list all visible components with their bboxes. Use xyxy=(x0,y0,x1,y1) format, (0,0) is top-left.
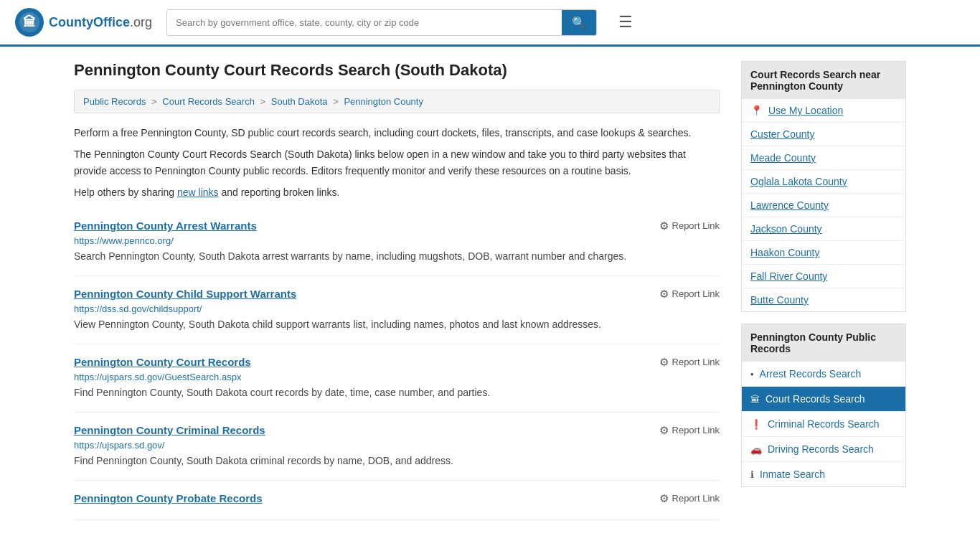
sidebar-nav-driving-records[interactable]: 🚗 Driving Records Search xyxy=(742,437,905,462)
menu-button[interactable]: ☰ xyxy=(618,13,633,32)
sidebar-nearby-list: 📍 Use My Location Custer County Meade Co… xyxy=(741,99,906,312)
breadcrumb-pennington-county[interactable]: Pennington County xyxy=(344,96,423,107)
record-title[interactable]: Pennington County Child Support Warrants xyxy=(74,288,296,300)
description-p3: Help others by sharing new links and rep… xyxy=(74,184,720,200)
sidebar-nav-inmate-search[interactable]: ℹ Inmate Search xyxy=(742,462,905,486)
use-my-location-link[interactable]: Use My Location xyxy=(768,105,843,116)
record-header: Pennington County Court Records ⚙ Report… xyxy=(74,356,720,369)
sidebar-nav-court-records[interactable]: 🏛 Court Records Search xyxy=(742,387,905,412)
county-link[interactable]: Jackson County xyxy=(750,223,822,235)
breadcrumb-public-records[interactable]: Public Records xyxy=(83,96,146,107)
sidebar-county-item[interactable]: Fall River County xyxy=(742,265,905,288)
county-link[interactable]: Fall River County xyxy=(750,270,827,282)
report-icon: ⚙ xyxy=(659,288,669,301)
report-icon: ⚙ xyxy=(659,220,669,232)
record-header: Pennington County Child Support Warrants… xyxy=(74,288,720,301)
sidebar-county-item[interactable]: Jackson County xyxy=(742,217,905,241)
page-title: Pennington County Court Records Search (… xyxy=(74,61,720,80)
sidebar-nearby-title: Court Records Search near Pennington Cou… xyxy=(741,61,906,99)
record-desc: Find Pennington County, South Dakota cou… xyxy=(74,385,720,400)
sidebar-use-location[interactable]: 📍 Use My Location xyxy=(742,99,905,123)
header: 🏛 CountyOffice.org 🔍 ☰ xyxy=(0,0,980,47)
inmate-search-icon: ℹ xyxy=(750,469,754,480)
breadcrumb-court-records-search[interactable]: Court Records Search xyxy=(162,96,255,107)
report-link[interactable]: ⚙ Report Link xyxy=(659,492,720,505)
county-link[interactable]: Custer County xyxy=(750,128,814,140)
record-item: Pennington County Child Support Warrants… xyxy=(74,276,720,344)
report-link[interactable]: ⚙ Report Link xyxy=(659,288,720,301)
sidebar-county-item[interactable]: Haakon County xyxy=(742,241,905,265)
record-item: Pennington County Probate Records ⚙ Repo… xyxy=(74,481,720,520)
description-p1: Perform a free Pennington County, SD pub… xyxy=(74,125,720,141)
location-icon: 📍 xyxy=(750,105,763,116)
records-list: Pennington County Arrest Warrants ⚙ Repo… xyxy=(74,208,720,520)
new-links-link[interactable]: new links xyxy=(177,187,219,198)
county-link[interactable]: Oglala Lakota County xyxy=(750,176,847,187)
record-header: Pennington County Probate Records ⚙ Repo… xyxy=(74,492,720,505)
record-url[interactable]: https://ujspars.sd.gov/ xyxy=(74,440,720,451)
record-item: Pennington County Criminal Records ⚙ Rep… xyxy=(74,413,720,481)
sidebar-county-item[interactable]: Lawrence County xyxy=(742,194,905,217)
record-url[interactable]: https://ujspars.sd.gov/GuestSearch.aspx xyxy=(74,372,720,382)
record-item: Pennington County Arrest Warrants ⚙ Repo… xyxy=(74,208,720,276)
criminal-records-icon: ❗ xyxy=(750,419,762,430)
record-item: Pennington County Court Records ⚙ Report… xyxy=(74,344,720,413)
county-link[interactable]: Meade County xyxy=(750,152,816,164)
record-desc: Search Pennington County, South Dakota a… xyxy=(74,249,720,264)
sidebar-county-item[interactable]: Oglala Lakota County xyxy=(742,170,905,194)
sidebar-county-item[interactable]: Butte County xyxy=(742,288,905,311)
sidebar-county-item[interactable]: Custer County xyxy=(742,123,905,146)
logo-icon: 🏛 xyxy=(14,7,44,37)
report-link[interactable]: ⚙ Report Link xyxy=(659,220,720,232)
record-title[interactable]: Pennington County Criminal Records xyxy=(74,424,265,436)
sidebar-public-records-title: Pennington County Public Records xyxy=(741,324,906,362)
record-desc: Find Pennington County, South Dakota cri… xyxy=(74,453,720,468)
arrest-records-icon: ▪ xyxy=(750,369,754,380)
search-button[interactable]: 🔍 xyxy=(562,10,596,35)
sidebar-nav-list: ▪ Arrest Records Search 🏛 Court Records … xyxy=(741,362,906,487)
record-title[interactable]: Pennington County Probate Records xyxy=(74,492,263,504)
svg-text:🏛: 🏛 xyxy=(23,14,36,29)
inmate-search-link[interactable]: Inmate Search xyxy=(760,468,825,480)
court-records-icon: 🏛 xyxy=(750,394,760,405)
description: Perform a free Pennington County, SD pub… xyxy=(74,125,720,201)
record-desc: View Pennington County, South Dakota chi… xyxy=(74,317,720,332)
sidebar-nav-arrest-records[interactable]: ▪ Arrest Records Search xyxy=(742,362,905,387)
content-area: Pennington County Court Records Search (… xyxy=(74,61,720,520)
record-url[interactable]: https://dss.sd.gov/childsupport/ xyxy=(74,303,720,314)
logo-area: 🏛 CountyOffice.org xyxy=(14,7,152,37)
record-title[interactable]: Pennington County Arrest Warrants xyxy=(74,220,257,232)
breadcrumb-south-dakota[interactable]: South Dakota xyxy=(271,96,328,107)
logo-text: CountyOffice.org xyxy=(49,15,152,30)
report-link[interactable]: ⚙ Report Link xyxy=(659,424,720,437)
report-icon: ⚙ xyxy=(659,356,669,369)
main-container: Pennington County Court Records Search (… xyxy=(60,47,920,534)
sidebar-county-item[interactable]: Meade County xyxy=(742,146,905,170)
report-icon: ⚙ xyxy=(659,424,669,437)
county-link[interactable]: Butte County xyxy=(750,294,809,306)
search-bar: 🔍 xyxy=(166,9,597,36)
court-records-link[interactable]: Court Records Search xyxy=(765,393,865,405)
county-link[interactable]: Lawrence County xyxy=(750,199,829,211)
search-input[interactable] xyxy=(167,11,562,34)
county-link[interactable]: Haakon County xyxy=(750,247,820,258)
report-icon: ⚙ xyxy=(659,492,669,505)
record-header: Pennington County Arrest Warrants ⚙ Repo… xyxy=(74,220,720,232)
description-p2: The Pennington County Court Records Sear… xyxy=(74,146,720,179)
sidebar-nav-criminal-records[interactable]: ❗ Criminal Records Search xyxy=(742,412,905,437)
record-title[interactable]: Pennington County Court Records xyxy=(74,356,251,368)
criminal-records-link[interactable]: Criminal Records Search xyxy=(768,418,880,430)
record-url[interactable]: https://www.pennco.org/ xyxy=(74,235,720,246)
breadcrumb: Public Records > Court Records Search > … xyxy=(74,90,720,113)
arrest-records-link[interactable]: Arrest Records Search xyxy=(760,368,862,380)
driving-records-link[interactable]: Driving Records Search xyxy=(768,443,874,455)
driving-records-icon: 🚗 xyxy=(750,444,762,455)
report-link[interactable]: ⚙ Report Link xyxy=(659,356,720,369)
sidebar: Court Records Search near Pennington Cou… xyxy=(741,61,906,520)
record-header: Pennington County Criminal Records ⚙ Rep… xyxy=(74,424,720,437)
